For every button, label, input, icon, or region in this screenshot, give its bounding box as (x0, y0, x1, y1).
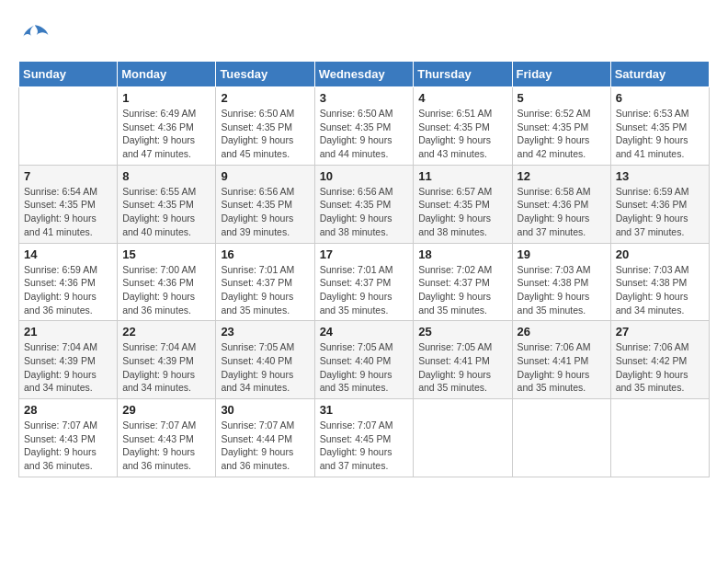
weekday-header-friday: Friday (512, 62, 610, 87)
day-number: 20 (616, 247, 704, 261)
calendar-cell: 31Sunrise: 7:07 AMSunset: 4:45 PMDayligh… (314, 399, 414, 477)
day-info: Sunrise: 6:59 AMSunset: 4:36 PMDaylight:… (24, 263, 112, 317)
day-info: Sunrise: 7:07 AMSunset: 4:43 PMDaylight:… (122, 419, 210, 473)
day-number: 26 (518, 325, 606, 339)
day-info: Sunrise: 7:07 AMSunset: 4:45 PMDaylight:… (320, 419, 409, 473)
calendar-cell: 27Sunrise: 7:06 AMSunset: 4:42 PMDayligh… (610, 321, 709, 399)
calendar-cell: 2Sunrise: 6:50 AMSunset: 4:35 PMDaylight… (216, 87, 314, 166)
calendar-cell: 24Sunrise: 7:05 AMSunset: 4:40 PMDayligh… (314, 321, 414, 399)
page-header (18, 18, 710, 52)
weekday-header-thursday: Thursday (414, 62, 512, 87)
calendar-week-5: 28Sunrise: 7:07 AMSunset: 4:43 PMDayligh… (19, 399, 710, 477)
day-info: Sunrise: 6:54 AMSunset: 4:35 PMDaylight:… (24, 185, 112, 239)
day-info: Sunrise: 6:51 AMSunset: 4:35 PMDaylight:… (418, 107, 506, 161)
day-info: Sunrise: 6:59 AMSunset: 4:36 PMDaylight:… (616, 185, 704, 239)
day-number: 21 (24, 325, 112, 339)
day-info: Sunrise: 7:02 AMSunset: 4:37 PMDaylight:… (418, 263, 506, 317)
day-number: 11 (418, 169, 506, 183)
day-info: Sunrise: 7:05 AMSunset: 4:41 PMDaylight:… (418, 340, 506, 395)
calendar-week-3: 14Sunrise: 6:59 AMSunset: 4:36 PMDayligh… (19, 243, 710, 321)
calendar-cell: 12Sunrise: 6:58 AMSunset: 4:36 PMDayligh… (512, 165, 610, 243)
day-number: 3 (320, 91, 409, 105)
day-number: 7 (24, 169, 112, 183)
day-info: Sunrise: 7:03 AMSunset: 4:38 PMDaylight:… (616, 263, 704, 317)
day-number: 29 (122, 403, 210, 417)
weekday-header-saturday: Saturday (610, 62, 709, 87)
day-info: Sunrise: 6:49 AMSunset: 4:36 PMDaylight:… (122, 107, 210, 161)
calendar-cell: 13Sunrise: 6:59 AMSunset: 4:36 PMDayligh… (610, 165, 709, 243)
day-info: Sunrise: 6:50 AMSunset: 4:35 PMDaylight:… (320, 107, 409, 161)
calendar-cell: 9Sunrise: 6:56 AMSunset: 4:35 PMDaylight… (216, 165, 314, 243)
calendar-cell: 29Sunrise: 7:07 AMSunset: 4:43 PMDayligh… (118, 399, 216, 477)
day-number: 22 (122, 325, 210, 339)
day-number: 4 (418, 91, 506, 105)
calendar-cell (414, 399, 512, 477)
calendar-cell: 26Sunrise: 7:06 AMSunset: 4:41 PMDayligh… (512, 321, 610, 399)
day-info: Sunrise: 7:07 AMSunset: 4:44 PMDaylight:… (221, 419, 309, 473)
day-info: Sunrise: 7:07 AMSunset: 4:43 PMDaylight:… (24, 419, 112, 473)
day-number: 28 (24, 403, 112, 417)
calendar-cell: 21Sunrise: 7:04 AMSunset: 4:39 PMDayligh… (19, 321, 118, 399)
calendar-cell: 18Sunrise: 7:02 AMSunset: 4:37 PMDayligh… (414, 243, 512, 321)
calendar-cell: 7Sunrise: 6:54 AMSunset: 4:35 PMDaylight… (19, 165, 118, 243)
calendar-cell: 15Sunrise: 7:00 AMSunset: 4:36 PMDayligh… (118, 243, 216, 321)
day-info: Sunrise: 6:57 AMSunset: 4:35 PMDaylight:… (418, 185, 506, 239)
calendar-cell: 20Sunrise: 7:03 AMSunset: 4:38 PMDayligh… (610, 243, 709, 321)
day-info: Sunrise: 7:05 AMSunset: 4:40 PMDaylight:… (221, 340, 309, 395)
day-info: Sunrise: 6:56 AMSunset: 4:35 PMDaylight:… (221, 185, 309, 239)
day-info: Sunrise: 6:52 AMSunset: 4:35 PMDaylight:… (518, 107, 606, 161)
day-info: Sunrise: 7:06 AMSunset: 4:41 PMDaylight:… (518, 340, 606, 395)
calendar-cell: 10Sunrise: 6:56 AMSunset: 4:35 PMDayligh… (314, 165, 414, 243)
day-number: 1 (122, 91, 210, 105)
calendar-cell: 23Sunrise: 7:05 AMSunset: 4:40 PMDayligh… (216, 321, 314, 399)
calendar-cell: 4Sunrise: 6:51 AMSunset: 4:35 PMDaylight… (414, 87, 512, 166)
calendar-cell: 28Sunrise: 7:07 AMSunset: 4:43 PMDayligh… (19, 399, 118, 477)
weekday-header-wednesday: Wednesday (314, 62, 414, 87)
day-number: 19 (518, 247, 606, 261)
day-number: 12 (518, 169, 606, 183)
day-number: 2 (221, 91, 309, 105)
calendar-cell: 17Sunrise: 7:01 AMSunset: 4:37 PMDayligh… (314, 243, 414, 321)
calendar-cell (19, 87, 118, 166)
calendar-week-1: 1Sunrise: 6:49 AMSunset: 4:36 PMDaylight… (19, 87, 710, 166)
day-number: 5 (518, 91, 606, 105)
day-info: Sunrise: 7:01 AMSunset: 4:37 PMDaylight:… (221, 263, 309, 317)
calendar-cell: 8Sunrise: 6:55 AMSunset: 4:35 PMDaylight… (118, 165, 216, 243)
day-number: 24 (320, 325, 409, 339)
day-number: 16 (221, 247, 309, 261)
calendar-cell: 30Sunrise: 7:07 AMSunset: 4:44 PMDayligh… (216, 399, 314, 477)
day-number: 23 (221, 325, 309, 339)
day-info: Sunrise: 6:50 AMSunset: 4:35 PMDaylight:… (221, 107, 309, 161)
calendar-cell: 22Sunrise: 7:04 AMSunset: 4:39 PMDayligh… (118, 321, 216, 399)
day-number: 13 (616, 169, 704, 183)
calendar: SundayMondayTuesdayWednesdayThursdayFrid… (18, 61, 710, 477)
day-number: 18 (418, 247, 506, 261)
calendar-cell: 6Sunrise: 6:53 AMSunset: 4:35 PMDaylight… (610, 87, 709, 166)
calendar-cell (512, 399, 610, 477)
day-info: Sunrise: 7:04 AMSunset: 4:39 PMDaylight:… (24, 340, 112, 395)
day-info: Sunrise: 6:56 AMSunset: 4:35 PMDaylight:… (320, 185, 409, 239)
weekday-header-row: SundayMondayTuesdayWednesdayThursdayFrid… (19, 62, 710, 87)
calendar-cell: 11Sunrise: 6:57 AMSunset: 4:35 PMDayligh… (414, 165, 512, 243)
day-info: Sunrise: 7:00 AMSunset: 4:36 PMDaylight:… (122, 263, 210, 317)
day-number: 8 (122, 169, 210, 183)
calendar-cell (610, 399, 709, 477)
calendar-cell: 19Sunrise: 7:03 AMSunset: 4:38 PMDayligh… (512, 243, 610, 321)
day-info: Sunrise: 6:53 AMSunset: 4:35 PMDaylight:… (616, 107, 704, 161)
day-number: 27 (616, 325, 704, 339)
calendar-cell: 25Sunrise: 7:05 AMSunset: 4:41 PMDayligh… (414, 321, 512, 399)
calendar-cell: 1Sunrise: 6:49 AMSunset: 4:36 PMDaylight… (118, 87, 216, 166)
day-info: Sunrise: 7:05 AMSunset: 4:40 PMDaylight:… (320, 340, 409, 395)
day-number: 31 (320, 403, 409, 417)
calendar-week-2: 7Sunrise: 6:54 AMSunset: 4:35 PMDaylight… (19, 165, 710, 243)
calendar-cell: 14Sunrise: 6:59 AMSunset: 4:36 PMDayligh… (19, 243, 118, 321)
logo (18, 18, 55, 52)
calendar-cell: 5Sunrise: 6:52 AMSunset: 4:35 PMDaylight… (512, 87, 610, 166)
day-number: 30 (221, 403, 309, 417)
calendar-week-4: 21Sunrise: 7:04 AMSunset: 4:39 PMDayligh… (19, 321, 710, 399)
day-info: Sunrise: 7:03 AMSunset: 4:38 PMDaylight:… (518, 263, 606, 317)
day-number: 25 (418, 325, 506, 339)
day-number: 6 (616, 91, 704, 105)
day-info: Sunrise: 6:55 AMSunset: 4:35 PMDaylight:… (122, 185, 210, 239)
day-number: 9 (221, 169, 309, 183)
